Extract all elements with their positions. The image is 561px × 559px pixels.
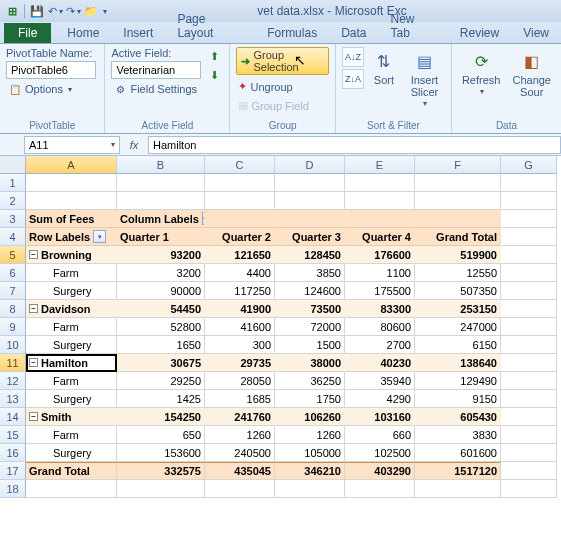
row-header[interactable]: 14 — [0, 408, 26, 426]
cell[interactable]: 2700 — [345, 336, 415, 354]
row-header[interactable]: 10 — [0, 336, 26, 354]
cell[interactable]: 28050 — [205, 372, 275, 390]
cell[interactable]: 93200 — [117, 246, 205, 264]
cell[interactable]: 29250 — [117, 372, 205, 390]
cell[interactable] — [345, 210, 415, 228]
cell[interactable]: 240500 — [205, 444, 275, 462]
cell[interactable] — [501, 444, 557, 462]
cell[interactable]: 41900 — [205, 300, 275, 318]
refresh-button[interactable]: ⟳ Refresh ▾ — [458, 47, 505, 98]
row-header[interactable]: 7 — [0, 282, 26, 300]
collapse-icon[interactable]: − — [29, 412, 38, 421]
cell[interactable] — [345, 480, 415, 498]
cell[interactable] — [501, 174, 557, 192]
cell[interactable]: 3200 — [117, 264, 205, 282]
cell[interactable] — [205, 210, 275, 228]
cell[interactable]: 12550 — [415, 264, 501, 282]
quarter-header[interactable]: Quarter 2 — [205, 228, 275, 246]
row-header[interactable]: 11 — [0, 354, 26, 372]
collapse-icon[interactable]: − — [29, 250, 38, 259]
cell[interactable]: 38000 — [275, 354, 345, 372]
col-header-d[interactable]: D — [275, 156, 345, 174]
collapse-field-icon[interactable]: ⬇ — [205, 66, 223, 84]
cell[interactable] — [501, 192, 557, 210]
cell[interactable] — [415, 192, 501, 210]
cell[interactable]: 6150 — [415, 336, 501, 354]
cell[interactable]: 54450 — [117, 300, 205, 318]
group-row-label[interactable]: −Davidson — [26, 300, 117, 318]
cell[interactable]: 175500 — [345, 282, 415, 300]
row-header[interactable]: 2 — [0, 192, 26, 210]
cell[interactable] — [501, 300, 557, 318]
cell[interactable]: 1685 — [205, 390, 275, 408]
cell[interactable]: 605430 — [415, 408, 501, 426]
quarter-header[interactable]: Quarter 4 — [345, 228, 415, 246]
cell[interactable] — [275, 174, 345, 192]
tab-data[interactable]: Data — [329, 23, 378, 43]
child-row-label[interactable]: Surgery — [26, 336, 117, 354]
row-header[interactable]: 8 — [0, 300, 26, 318]
cell[interactable] — [501, 246, 557, 264]
cell[interactable]: 73500 — [275, 300, 345, 318]
cell[interactable]: 1650 — [117, 336, 205, 354]
tab-new-tab[interactable]: New Tab — [379, 9, 448, 43]
cell[interactable]: 41600 — [205, 318, 275, 336]
cell[interactable] — [501, 228, 557, 246]
cell[interactable]: 40230 — [345, 354, 415, 372]
cell[interactable]: 35940 — [345, 372, 415, 390]
fx-icon[interactable]: fx — [120, 139, 148, 151]
row-header[interactable]: 1 — [0, 174, 26, 192]
cell[interactable]: 1100 — [345, 264, 415, 282]
cell[interactable] — [501, 408, 557, 426]
child-row-label[interactable]: Surgery — [26, 444, 117, 462]
excel-icon[interactable]: ⊞ — [4, 3, 20, 19]
cell[interactable] — [26, 480, 117, 498]
cell[interactable]: 128450 — [275, 246, 345, 264]
column-labels-cell[interactable]: Column Labels▾ — [117, 210, 205, 228]
grand-total-row-label[interactable]: Grand Total — [26, 462, 117, 480]
cell[interactable] — [205, 174, 275, 192]
cell[interactable] — [275, 192, 345, 210]
group-selection-button[interactable]: ➜ Group Selection — [236, 47, 328, 75]
cell[interactable]: 30675 — [117, 354, 205, 372]
save-icon[interactable]: 💾 — [29, 3, 45, 19]
cell[interactable] — [501, 354, 557, 372]
expand-field-icon[interactable]: ⬆ — [205, 47, 223, 65]
tab-home[interactable]: Home — [55, 23, 111, 43]
cell[interactable] — [345, 192, 415, 210]
cell[interactable]: 154250 — [117, 408, 205, 426]
cell[interactable] — [501, 264, 557, 282]
cell[interactable]: 72000 — [275, 318, 345, 336]
row-header[interactable]: 17 — [0, 462, 26, 480]
insert-slicer-button[interactable]: ▤ Insert Slicer ▾ — [404, 47, 445, 110]
child-row-label[interactable]: Farm — [26, 426, 117, 444]
col-header-a[interactable]: A — [26, 156, 117, 174]
cell[interactable]: 247000 — [415, 318, 501, 336]
cell[interactable] — [205, 192, 275, 210]
field-settings-button[interactable]: ⚙ Field Settings — [111, 81, 201, 97]
collapse-icon[interactable]: − — [29, 358, 38, 367]
cell[interactable]: 650 — [117, 426, 205, 444]
row-header[interactable]: 3 — [0, 210, 26, 228]
row-labels-filter-icon[interactable]: ▾ — [93, 230, 106, 243]
cell[interactable] — [275, 480, 345, 498]
tab-insert[interactable]: Insert — [111, 23, 165, 43]
cell[interactable]: 435045 — [205, 462, 275, 480]
cell[interactable]: 105000 — [275, 444, 345, 462]
quarter-header[interactable]: Quarter 3 — [275, 228, 345, 246]
cell[interactable] — [415, 480, 501, 498]
cell[interactable]: 176600 — [345, 246, 415, 264]
tab-formulas[interactable]: Formulas — [255, 23, 329, 43]
chevron-down-icon[interactable]: ▾ — [111, 140, 115, 149]
cell[interactable]: 9150 — [415, 390, 501, 408]
cell[interactable]: 403290 — [345, 462, 415, 480]
cell[interactable]: 1260 — [205, 426, 275, 444]
cell[interactable]: 124600 — [275, 282, 345, 300]
cell[interactable] — [275, 210, 345, 228]
pivottable-name-input[interactable] — [6, 61, 96, 79]
cell[interactable]: 129490 — [415, 372, 501, 390]
cell[interactable]: 1500 — [275, 336, 345, 354]
cell[interactable]: 1517120 — [415, 462, 501, 480]
sum-of-fees-label[interactable]: Sum of Fees — [26, 210, 117, 228]
cell[interactable]: 103160 — [345, 408, 415, 426]
